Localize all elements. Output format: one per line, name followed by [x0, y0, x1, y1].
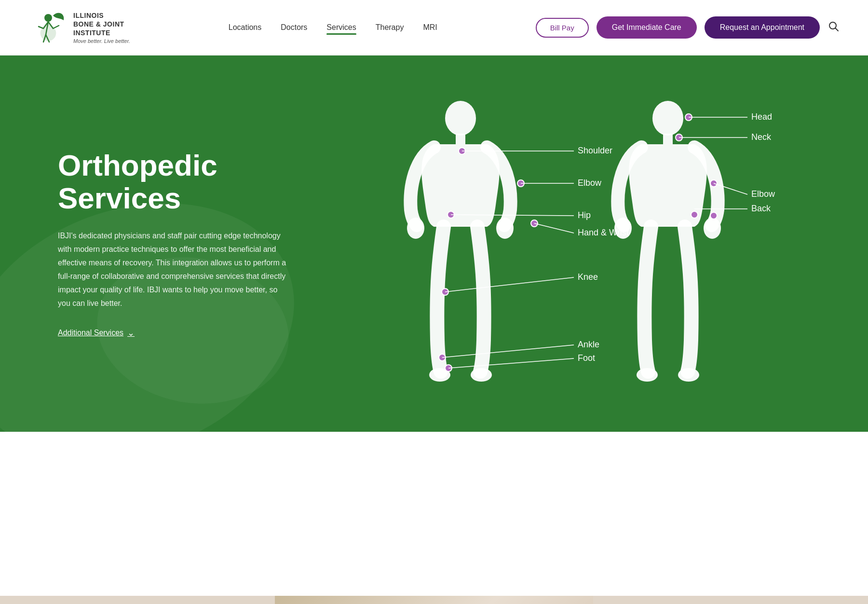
svg-text:Neck: Neck: [751, 132, 772, 142]
svg-point-9: [652, 101, 683, 136]
hero-description: IBJI's dedicated physicians and staff pa…: [58, 229, 289, 310]
hip-back-dot[interactable]: [710, 212, 717, 219]
back-figure: [614, 101, 721, 382]
svg-text:Foot: Foot: [578, 353, 595, 363]
svg-text:Shoulder: Shoulder: [578, 146, 612, 155]
additional-services-link[interactable]: Additional Services ⌄: [58, 328, 135, 338]
body-figures-svg: Head Neck Shoulder Elbow Back Hip: [342, 89, 776, 398]
nav-therapy[interactable]: Therapy: [376, 23, 404, 32]
svg-point-13: [637, 368, 658, 382]
nav-locations[interactable]: Locations: [229, 23, 262, 32]
svg-rect-10: [663, 134, 673, 144]
hip-dot-back[interactable]: [691, 211, 698, 218]
search-button[interactable]: [827, 20, 839, 35]
additional-services-label: Additional Services: [58, 329, 123, 337]
svg-line-27: [534, 223, 574, 233]
logo: ILLINOIS BONE & JOINT INSTITUTE Move bet…: [29, 8, 130, 47]
svg-line-33: [448, 358, 574, 368]
svg-text:Back: Back: [751, 204, 771, 213]
person-silhouette: [338, 596, 530, 604]
nav-doctors[interactable]: Doctors: [281, 23, 307, 32]
svg-point-3: [445, 101, 476, 136]
below-hero-section: [0, 432, 868, 596]
svg-point-0: [44, 14, 52, 22]
svg-line-29: [445, 277, 574, 292]
svg-point-8: [471, 368, 492, 382]
hero-section: Orthopedic Services IBJI's dedicated phy…: [0, 55, 868, 432]
bill-pay-button[interactable]: Bill Pay: [536, 18, 589, 38]
svg-point-12: [704, 218, 721, 239]
header: ILLINOIS BONE & JOINT INSTITUTE Move bet…: [0, 0, 868, 55]
bottom-image-area: [0, 596, 868, 604]
logo-text: ILLINOIS BONE & JOINT INSTITUTE Move bet…: [73, 11, 130, 44]
body-diagram-area: Head Neck Shoulder Elbow Back Hip: [309, 84, 810, 403]
svg-line-2: [836, 28, 839, 31]
svg-line-31: [442, 345, 574, 357]
svg-point-5: [407, 218, 424, 239]
svg-text:Ankle: Ankle: [578, 340, 599, 349]
svg-text:Knee: Knee: [578, 272, 598, 282]
body-diagram: Head Neck Shoulder Elbow Back Hip: [342, 89, 776, 398]
main-nav: Locations Doctors Services Therapy MRI: [229, 23, 437, 32]
svg-point-6: [496, 218, 514, 239]
logo-subtitle: Move better. Live better.: [73, 38, 130, 44]
hero-content: Orthopedic Services IBJI's dedicated phy…: [58, 149, 309, 338]
svg-text:Head: Head: [751, 112, 772, 122]
appointment-button[interactable]: Request an Appointment: [705, 16, 820, 39]
logo-icon: [29, 8, 68, 47]
chevron-down-icon: ⌄: [127, 328, 135, 338]
logo-title: ILLINOIS BONE & JOINT INSTITUTE: [73, 11, 130, 38]
person-image: [275, 596, 593, 604]
svg-text:Elbow: Elbow: [751, 189, 775, 199]
svg-text:Elbow: Elbow: [578, 178, 602, 188]
svg-point-14: [678, 368, 699, 382]
svg-rect-4: [456, 134, 465, 144]
header-actions: Bill Pay Get Immediate Care Request an A…: [536, 16, 839, 39]
svg-text:Hand & Wrist: Hand & Wrist: [578, 228, 629, 237]
nav-services[interactable]: Services: [326, 23, 356, 32]
immediate-care-button[interactable]: Get Immediate Care: [597, 16, 697, 39]
hero-title: Orthopedic Services: [58, 149, 309, 215]
nav-mri[interactable]: MRI: [423, 23, 437, 32]
front-figure: [407, 101, 514, 382]
svg-text:Hip: Hip: [578, 210, 591, 220]
